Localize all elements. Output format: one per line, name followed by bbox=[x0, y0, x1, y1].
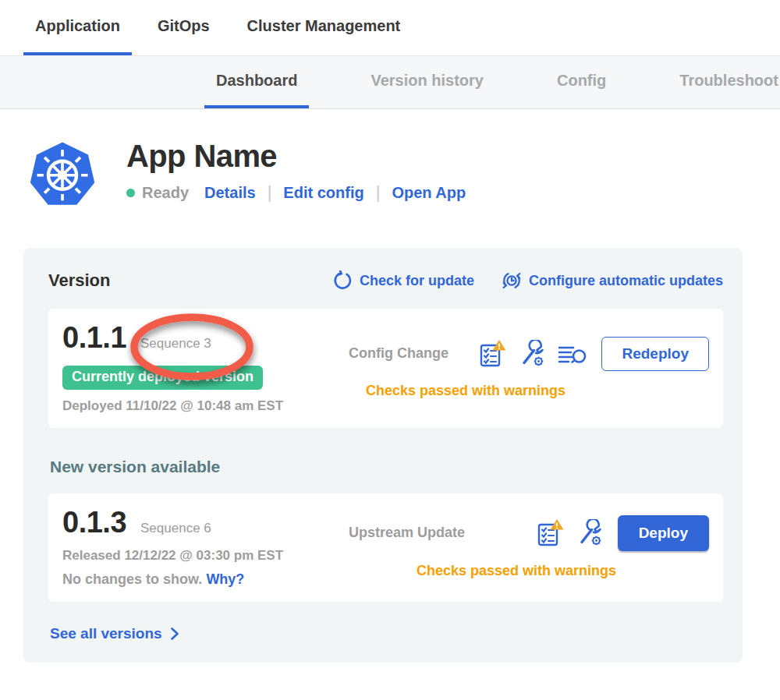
deployed-date: Deployed 11/10/22 @ 10:48 am EST bbox=[62, 398, 339, 414]
config-wrench-icon[interactable] bbox=[518, 340, 546, 368]
config-wrench-icon[interactable] bbox=[576, 519, 604, 547]
subtab-troubleshoot[interactable]: Troubleshoot bbox=[668, 56, 780, 108]
available-version-sequence: Sequence 6 bbox=[140, 521, 211, 536]
app-header-text: App Name Ready Details | Edit config | O… bbox=[126, 139, 466, 203]
app-header: App Name Ready Details | Edit config | O… bbox=[0, 109, 780, 209]
version-panel-title: Version bbox=[48, 270, 110, 291]
see-all-versions-label: See all versions bbox=[50, 625, 162, 642]
version-panel-actions: Check for update Configure automatic upd… bbox=[333, 270, 723, 292]
subtab-dashboard[interactable]: Dashboard bbox=[204, 56, 309, 108]
available-checks-status: Checks passed with warnings bbox=[339, 563, 709, 579]
preflight-checks-warning-icon[interactable] bbox=[537, 518, 564, 547]
current-version-source: Config Change bbox=[349, 345, 448, 362]
details-link[interactable]: Details bbox=[204, 184, 256, 202]
available-version-actions: Upstream Update bbox=[339, 506, 709, 588]
refresh-icon bbox=[333, 270, 353, 291]
status-text: Ready bbox=[142, 184, 189, 202]
auto-update-clock-icon bbox=[501, 270, 523, 292]
subtab-version-history[interactable]: Version history bbox=[359, 56, 495, 108]
app-title: App Name bbox=[126, 139, 466, 173]
available-version-card: 0.1.3 Sequence 6 Released 12/12/22 @ 03:… bbox=[48, 493, 723, 602]
status-dot-icon bbox=[126, 189, 135, 197]
current-version-info: 0.1.1 Sequence 3 Currently deployed vers… bbox=[62, 321, 339, 414]
preflight-checks-warning-icon[interactable] bbox=[480, 339, 506, 368]
no-changes-text: No changes to show. bbox=[62, 571, 202, 587]
new-version-heading: New version available bbox=[50, 458, 723, 476]
released-date: Released 12/12/22 @ 03:30 pm EST bbox=[62, 548, 339, 564]
current-version-number: 0.1.1 bbox=[62, 321, 126, 355]
version-panel-header: Version Check for update bbox=[48, 270, 723, 292]
kubernetes-icon bbox=[28, 139, 97, 209]
available-version-info: 0.1.3 Sequence 6 Released 12/12/22 @ 03:… bbox=[62, 506, 339, 588]
available-version-number: 0.1.3 bbox=[62, 506, 126, 539]
edit-config-link[interactable]: Edit config bbox=[283, 184, 363, 202]
primary-nav: Application GitOps Cluster Management bbox=[0, 0, 780, 55]
why-link[interactable]: Why? bbox=[206, 571, 244, 587]
current-version-actions: Config Change bbox=[339, 321, 709, 414]
configure-automatic-updates-label: Configure automatic updates bbox=[529, 273, 723, 289]
app-sub-nav: Dashboard Version history Config Trouble… bbox=[0, 55, 780, 109]
tab-cluster-management[interactable]: Cluster Management bbox=[236, 0, 413, 55]
divider: | bbox=[268, 182, 272, 203]
current-checks-status: Checks passed with warnings bbox=[339, 383, 709, 399]
no-changes-line: No changes to show. Why? bbox=[62, 571, 339, 588]
configure-automatic-updates-link[interactable]: Configure automatic updates bbox=[501, 270, 723, 292]
check-for-update-link[interactable]: Check for update bbox=[333, 270, 474, 291]
app-status-row: Ready Details | Edit config | Open App bbox=[126, 182, 466, 203]
available-version-icons bbox=[537, 518, 604, 547]
version-panel: Version Check for update bbox=[23, 248, 743, 663]
check-for-update-label: Check for update bbox=[360, 273, 474, 289]
available-version-source: Upstream Update bbox=[349, 525, 465, 541]
open-app-link[interactable]: Open App bbox=[392, 184, 466, 202]
current-version-icons bbox=[480, 339, 587, 368]
see-all-versions-link[interactable]: See all versions bbox=[50, 625, 179, 642]
tab-gitops[interactable]: GitOps bbox=[146, 0, 222, 55]
current-version-sequence: Sequence 3 bbox=[140, 336, 211, 352]
tab-application[interactable]: Application bbox=[23, 0, 132, 55]
redeploy-button[interactable]: Redeploy bbox=[601, 337, 709, 371]
deploy-button[interactable]: Deploy bbox=[618, 515, 709, 551]
view-files-search-icon[interactable] bbox=[558, 342, 587, 366]
divider: | bbox=[376, 182, 381, 203]
currently-deployed-badge: Currently deployed version bbox=[62, 366, 263, 390]
subtab-config[interactable]: Config bbox=[545, 56, 618, 108]
current-version-card: 0.1.1 Sequence 3 Currently deployed vers… bbox=[48, 309, 723, 428]
chevron-right-icon bbox=[170, 627, 179, 641]
